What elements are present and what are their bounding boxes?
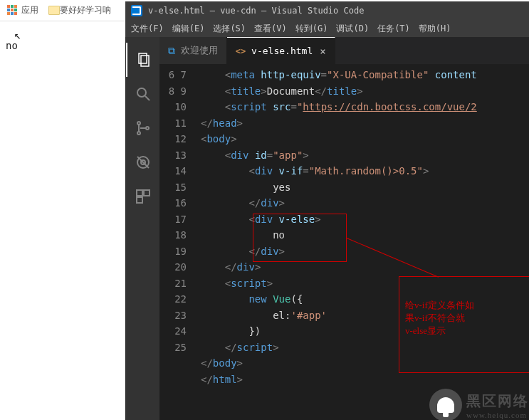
apps-shortcut[interactable]: 应用 — [7, 4, 38, 16]
menu-debug[interactable]: 调试(D) — [336, 23, 369, 35]
tab-file[interactable]: <> v-else.html × — [227, 37, 335, 64]
watermark: 黑区网络 www.heiqu.com — [429, 389, 529, 420]
apps-icon — [7, 5, 19, 16]
menu-task[interactable]: 任务(T) — [377, 23, 410, 35]
apps-label: 应用 — [21, 4, 38, 16]
svg-rect-11 — [144, 190, 150, 196]
vscode-menubar: 文件(F) 编辑(E) 选择(S) 查看(V) 转到(G) 调试(D) 任务(T… — [125, 20, 529, 37]
bookmark-folder[interactable]: 要好好学习呐 — [48, 4, 111, 16]
scm-icon[interactable] — [126, 111, 160, 145]
svg-point-6 — [146, 127, 149, 130]
vscode-titlebar[interactable]: v-else.html — vue-cdn — Visual Studio Co… — [125, 1, 529, 20]
vscode-window: v-else.html — vue-cdn — Visual Studio Co… — [125, 1, 529, 420]
extensions-icon[interactable] — [126, 179, 160, 214]
search-icon[interactable] — [126, 77, 160, 111]
folder-icon — [48, 6, 60, 15]
explorer-icon[interactable] — [126, 43, 160, 77]
code-editor[interactable]: <meta http-equiv="X-UA-Compatible" conte… — [198, 64, 529, 420]
annotation-line-2: 果v-if不符合就 — [405, 312, 474, 325]
close-icon[interactable]: × — [320, 46, 325, 57]
tab-welcome[interactable]: ⧉ 欢迎使用 — [159, 37, 227, 64]
watermark-url: www.heiqu.com — [466, 411, 529, 419]
watermark-title: 黑区网络 — [466, 392, 529, 411]
menu-edit[interactable]: 编辑(E) — [172, 23, 205, 35]
menu-goto[interactable]: 转到(G) — [295, 23, 328, 35]
svg-rect-12 — [137, 197, 142, 203]
debug-icon[interactable] — [126, 145, 160, 179]
menu-help[interactable]: 帮助(H) — [419, 23, 451, 35]
svg-line-3 — [145, 96, 150, 100]
annotation-line-1: 给v-if定义条件如 — [405, 299, 474, 312]
rendered-page-output: no — [6, 40, 18, 51]
menu-select[interactable]: 选择(S) — [213, 23, 246, 35]
editor-area: ⧉ 欢迎使用 <> v-else.html × 6 7 8 9 10 11 12… — [159, 37, 529, 420]
svg-rect-1 — [141, 56, 149, 66]
page-text: no — [6, 40, 18, 51]
tab-file-label: v-else.html — [251, 46, 313, 56]
tab-welcome-label: 欢迎使用 — [181, 44, 218, 57]
line-numbers: 6 7 8 9 10 11 12 13 14 15 16 17 18 19 20… — [159, 64, 198, 420]
svg-rect-10 — [137, 190, 142, 196]
vscode-logo-icon — [131, 5, 142, 16]
annotation-line-3: v-else显示 — [405, 325, 474, 337]
svg-point-4 — [137, 122, 140, 125]
editor-tabs: ⧉ 欢迎使用 <> v-else.html × — [159, 37, 529, 64]
svg-rect-0 — [139, 53, 147, 63]
svg-point-5 — [137, 132, 140, 135]
vscode-tab-icon: ⧉ — [168, 45, 175, 57]
bookmark-folder-label: 要好好学习呐 — [60, 4, 111, 16]
watermark-logo-icon — [429, 389, 462, 420]
window-title: v-else.html — vue-cdn — Visual Studio Co… — [148, 6, 364, 16]
activity-bar — [125, 37, 159, 420]
menu-view[interactable]: 查看(V) — [254, 23, 287, 35]
menu-file[interactable]: 文件(F) — [131, 23, 164, 35]
annotation-text: 给v-if定义条件如 果v-if不符合就 v-else显示 — [405, 299, 474, 337]
html-file-icon: <> — [236, 46, 246, 56]
svg-point-2 — [137, 88, 146, 97]
